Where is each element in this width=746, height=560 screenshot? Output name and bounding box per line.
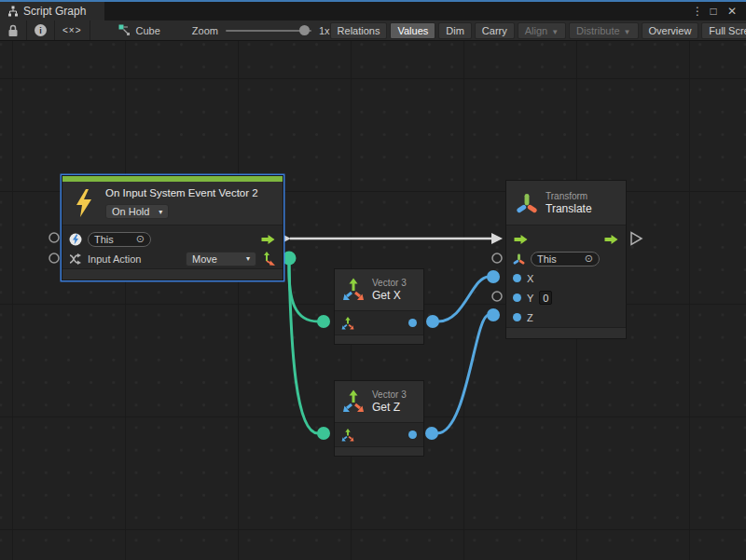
tab-script-graph[interactable]: Script Graph	[0, 2, 104, 20]
x-port[interactable]	[513, 274, 521, 282]
getz-float-out-port[interactable]	[408, 430, 417, 439]
port-translate-flow-out[interactable]	[631, 233, 642, 245]
port-event-action-in[interactable]	[49, 253, 59, 263]
port-getx-out[interactable]	[426, 315, 439, 328]
getz-header: Vector 3 Get Z	[335, 381, 423, 422]
lock-button[interactable]	[0, 20, 27, 40]
translate-title: Translate	[546, 202, 592, 216]
overview-button[interactable]: Overview	[642, 22, 699, 39]
flow-wire-end-arrow[interactable]	[491, 233, 503, 244]
transform-icon	[516, 193, 538, 213]
vector3-port-icon[interactable]	[341, 429, 354, 442]
translate-z-row: Z	[506, 307, 626, 327]
window-menu-icon[interactable]: ⋮	[692, 5, 701, 18]
transform-port-icon[interactable]	[513, 253, 525, 265]
node-on-input-system-event[interactable]: On Input System Event Vector 2 On Hold ▾…	[62, 175, 283, 280]
y-value-field[interactable]: 0	[539, 291, 552, 305]
getz-category: Vector 3	[372, 389, 407, 401]
input-action-icon	[69, 253, 82, 265]
wire-getz-to-z[interactable]	[437, 315, 489, 433]
event-node-body: This ⊙ Input Action	[62, 225, 283, 268]
info-button[interactable]: i	[27, 20, 55, 40]
translate-flow-row	[506, 229, 626, 249]
port-getz-in[interactable]	[317, 427, 330, 440]
relations-button[interactable]: Relations	[330, 22, 388, 39]
align-dropdown[interactable]: Align▼	[518, 22, 566, 39]
event-node-header: On Input System Event Vector 2 On Hold ▾	[62, 182, 283, 225]
event-node-title: On Input System Event Vector 2	[105, 187, 258, 198]
port-getx-in[interactable]	[317, 315, 330, 328]
wire-event-to-getx[interactable]	[289, 265, 318, 321]
wire-getx-to-x[interactable]	[438, 277, 489, 321]
zoom-slider[interactable]	[226, 30, 311, 32]
values-button[interactable]: Values	[390, 22, 435, 39]
view-options: Relations Values Dim Carry Align▼ Distri…	[330, 20, 746, 40]
object-picker-icon[interactable]: ⊙	[585, 253, 593, 264]
dim-button[interactable]: Dim	[438, 22, 472, 39]
chevron-down-icon: ▾	[159, 208, 162, 216]
getx-category: Vector 3	[372, 277, 407, 289]
distribute-dropdown[interactable]: Distribute▼	[569, 22, 638, 39]
getx-header: Vector 3 Get X	[335, 269, 423, 310]
getz-port-row	[335, 422, 423, 446]
getx-title: Get X	[372, 289, 407, 303]
breadcrumb-graph-name: Cube	[136, 25, 160, 36]
graph-toolbar: i <×> Cube Zoom 1x Relations Values Dim …	[0, 20, 746, 41]
info-icon: i	[35, 24, 47, 36]
node-get-x[interactable]: Vector 3 Get X	[334, 268, 424, 345]
maximize-icon[interactable]: □	[707, 5, 720, 18]
code-preview-button[interactable]: <×>	[55, 20, 90, 40]
z-port[interactable]	[513, 313, 521, 321]
port-event-vector2-out[interactable]	[283, 252, 297, 266]
graph-canvas[interactable]: On Input System Event Vector 2 On Hold ▾…	[0, 41, 746, 560]
z-label: Z	[527, 312, 533, 323]
vector2-out-icon[interactable]	[262, 252, 276, 266]
translate-titles: Transform Translate	[546, 190, 592, 216]
flow-out-arrow-icon[interactable]	[260, 234, 276, 245]
zoom-slider-knob[interactable]	[299, 25, 310, 35]
port-translate-y-in[interactable]	[492, 292, 502, 301]
y-port[interactable]	[513, 294, 521, 302]
lightning-bolt-icon	[74, 189, 94, 217]
getz-titles: Vector 3 Get Z	[372, 389, 407, 415]
flow-in-arrow-icon[interactable]	[513, 234, 529, 245]
translate-x-row: X	[506, 268, 626, 288]
zoom-control: Zoom 1x	[192, 20, 330, 40]
zoom-label: Zoom	[192, 25, 218, 36]
code-icon: <×>	[62, 25, 82, 35]
y-label: Y	[527, 293, 533, 304]
event-mode-dropdown[interactable]: On Hold ▾	[105, 204, 169, 219]
carry-button[interactable]: Carry	[475, 22, 515, 39]
port-translate-x-in[interactable]	[487, 270, 500, 283]
port-translate-this-in[interactable]	[492, 253, 502, 263]
event-this-field[interactable]: This ⊙	[88, 232, 151, 247]
getx-float-out-port[interactable]	[408, 319, 417, 327]
vector3-icon	[341, 278, 366, 302]
close-icon[interactable]: ✕	[725, 5, 739, 18]
port-translate-z-in[interactable]	[487, 308, 500, 321]
flow-out-arrow-icon[interactable]	[603, 234, 619, 245]
getx-titles: Vector 3 Get X	[372, 277, 407, 303]
breadcrumb[interactable]: Cube	[118, 20, 160, 40]
translate-y-row: Y 0	[506, 288, 626, 307]
translate-header: Transform Translate	[506, 181, 626, 225]
getx-port-row	[335, 310, 423, 335]
script-graph-window: Script Graph ⋮ □ ✕ i <×> Cube	[0, 0, 746, 560]
translate-category: Transform	[546, 190, 592, 202]
action-select[interactable]: Move ▾	[186, 252, 256, 266]
object-picker-icon[interactable]: ⊙	[136, 234, 145, 244]
chevron-down-icon: ▾	[246, 254, 250, 263]
getx-footer	[335, 335, 423, 344]
translate-this-field[interactable]: This ⊙	[531, 252, 600, 266]
wire-event-to-getz[interactable]	[289, 265, 318, 433]
node-get-z[interactable]: Vector 3 Get Z	[334, 380, 424, 457]
input-system-icon	[69, 233, 82, 246]
zoom-value: 1x	[319, 25, 330, 36]
port-event-this-in[interactable]	[49, 233, 59, 242]
node-translate[interactable]: Transform Translate	[505, 180, 627, 339]
fullscreen-button[interactable]: Full Screen	[701, 22, 746, 39]
translate-footer	[506, 327, 626, 338]
vector3-port-icon[interactable]	[341, 317, 354, 330]
graph-asset-icon	[118, 24, 131, 36]
port-getz-out[interactable]	[425, 427, 438, 440]
